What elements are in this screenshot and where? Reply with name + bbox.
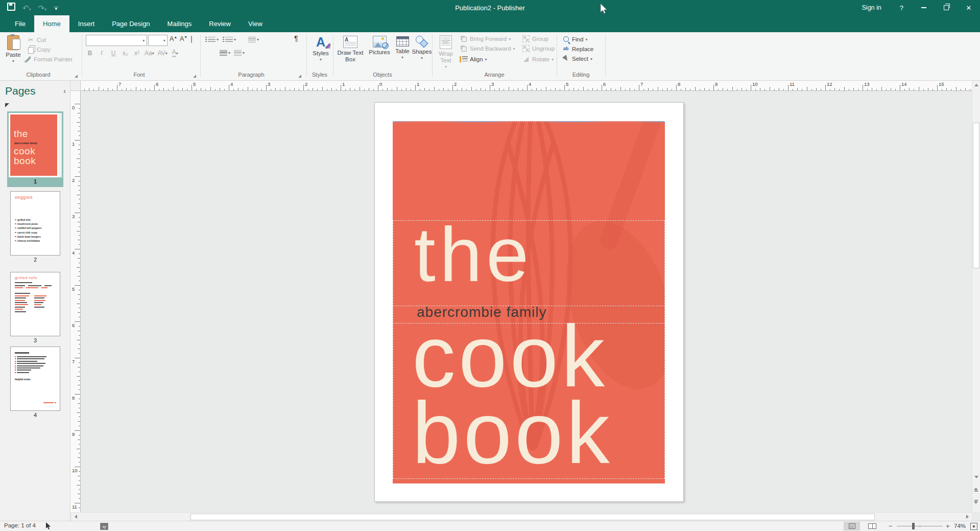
tab-home[interactable]: Home: [34, 15, 69, 32]
zoom-slider-thumb[interactable]: [912, 523, 915, 529]
columns-button[interactable]: ▾: [248, 37, 259, 42]
tab-file[interactable]: File: [6, 15, 34, 32]
restore-button[interactable]: [935, 0, 958, 15]
vertical-scrollbar[interactable]: [972, 81, 980, 512]
font-name-dropdown-icon[interactable]: ▾: [140, 38, 147, 43]
scroll-left-icon[interactable]: [71, 513, 80, 521]
character-spacing-button[interactable]: AV▾: [158, 49, 168, 58]
thumbnail-page-number[interactable]: 1: [9, 177, 62, 186]
fit-page-icon[interactable]: [970, 523, 977, 530]
font-name-input[interactable]: [86, 36, 140, 44]
borders-button[interactable]: ▾: [234, 50, 245, 56]
sign-in-button[interactable]: Sign in: [853, 4, 891, 11]
font-size-dropdown-icon[interactable]: ▾: [161, 38, 167, 43]
cover-title-cookbook[interactable]: cookbook: [412, 318, 613, 471]
font-dialog-launcher[interactable]: [193, 75, 196, 78]
paste-button[interactable]: Paste ▾: [3, 33, 23, 70]
help-icon[interactable]: ?: [891, 4, 913, 12]
font-size-input[interactable]: [149, 36, 161, 44]
cover-background[interactable]: the abercrombie family cookbook: [393, 121, 665, 483]
previous-page-icon[interactable]: [972, 484, 980, 495]
collapse-panel-icon[interactable]: ‹: [63, 87, 66, 95]
zoom-out-button[interactable]: −: [889, 522, 893, 530]
clear-formatting-button[interactable]: [191, 36, 192, 42]
page-thumbnail-2[interactable]: veggiesgrilled tofumushroom pizzastuffed…: [0, 191, 70, 264]
canvas-area[interactable]: the abercrombie family cookbook: [81, 91, 972, 512]
document-page[interactable]: the abercrombie family cookbook: [374, 102, 684, 502]
tab-review[interactable]: Review: [200, 15, 240, 32]
close-button[interactable]: ✕: [958, 0, 980, 15]
two-page-view-button[interactable]: [864, 522, 880, 530]
scroll-up-icon[interactable]: [972, 81, 980, 89]
superscript-button[interactable]: x²: [133, 49, 141, 58]
page-thumbnail-4[interactable]: helpful notes4: [0, 347, 70, 419]
send-backward-button[interactable]: Send Backward▾: [460, 44, 515, 53]
wrap-text-button[interactable]: Wrap Text ▾: [435, 33, 457, 70]
font-name-combobox[interactable]: ▾: [86, 35, 147, 46]
cover-title-the[interactable]: the: [414, 216, 533, 293]
vertical-ruler[interactable]: 01234567891011: [70, 91, 81, 512]
underline-button[interactable]: U: [109, 49, 117, 58]
font-size-combobox[interactable]: ▾: [148, 35, 168, 46]
rotate-button[interactable]: Rotate▾: [522, 55, 554, 63]
draw-text-box-button[interactable]: Draw Text Box: [335, 33, 366, 70]
thumbnail-page[interactable]: helpful notes: [10, 347, 60, 411]
undo-icon[interactable]: ↶▾: [22, 4, 31, 12]
align-button[interactable]: Align▾: [460, 55, 487, 63]
table-button[interactable]: Table ▾: [393, 33, 412, 70]
zoom-in-button[interactable]: +: [946, 522, 950, 530]
line-spacing-button[interactable]: ▾: [220, 50, 230, 56]
save-icon[interactable]: [7, 3, 15, 13]
ungroup-button[interactable]: Ungroup: [522, 44, 555, 53]
clipboard-dialog-launcher[interactable]: [75, 75, 78, 78]
page-thumbnail-1[interactable]: theabercrombie familycookbook1: [0, 111, 70, 187]
zoom-percent[interactable]: 74%: [954, 523, 966, 529]
italic-button[interactable]: I: [98, 49, 106, 58]
thumbnail-page-number[interactable]: 4: [9, 411, 62, 419]
replace-button[interactable]: ab Replace: [562, 44, 593, 53]
object-position-icon[interactable]: xy: [100, 523, 108, 530]
cut-button[interactable]: ✂ Cut: [27, 35, 46, 44]
section-triangle-icon[interactable]: [5, 103, 9, 107]
font-color-button[interactable]: A▾: [171, 49, 179, 58]
horizontal-scrollbar[interactable]: [71, 512, 972, 521]
group-button[interactable]: Group: [522, 34, 548, 43]
change-case-button[interactable]: Aa▾: [145, 49, 154, 58]
tab-mailings[interactable]: Mailings: [159, 15, 201, 32]
redo-icon[interactable]: ↷▾: [38, 4, 47, 12]
thumbnail-page-number[interactable]: 2: [9, 256, 62, 264]
subscript-button[interactable]: x₂: [121, 49, 129, 58]
page-status[interactable]: Page: 1 of 4: [4, 522, 36, 528]
thumbnail-page-number[interactable]: 3: [9, 336, 62, 344]
bring-forward-button[interactable]: Bring Forward▾: [460, 34, 511, 43]
thumbnail-page[interactable]: grilled tofu: [10, 272, 60, 336]
tab-insert[interactable]: Insert: [69, 15, 104, 32]
find-button[interactable]: Find▾: [562, 35, 587, 43]
thumbnail-page[interactable]: veggiesgrilled tofumushroom pizzastuffed…: [10, 191, 60, 256]
vertical-scrollbar-thumb[interactable]: [973, 123, 979, 268]
single-page-view-button[interactable]: [844, 522, 860, 530]
paste-dropdown-icon[interactable]: ▾: [12, 59, 14, 63]
horizontal-ruler[interactable]: 76543210123456789101112131415: [81, 81, 972, 91]
copy-button[interactable]: Copy: [27, 45, 51, 54]
horizontal-scrollbar-thumb[interactable]: [190, 514, 875, 520]
page-thumbnail-3[interactable]: grilled tofu3: [0, 272, 70, 344]
next-page-icon[interactable]: [972, 497, 980, 507]
grow-font-button[interactable]: A▲: [170, 35, 177, 42]
minimize-button[interactable]: [913, 0, 935, 15]
styles-button[interactable]: A Styles ▾: [309, 33, 332, 70]
customize-qat-icon[interactable]: —▾: [54, 6, 58, 10]
bullets-button[interactable]: ▾: [205, 37, 219, 42]
format-painter-button[interactable]: Format Painter: [23, 55, 73, 63]
scroll-right-icon[interactable]: [963, 513, 972, 521]
select-button[interactable]: Select▾: [562, 54, 592, 63]
thumbnail-page[interactable]: theabercrombie familycookbook: [9, 113, 59, 177]
tab-page-design[interactable]: Page Design: [103, 15, 158, 32]
pictures-button[interactable]: Pictures: [367, 33, 392, 70]
tab-view[interactable]: View: [240, 15, 271, 32]
scroll-down-icon[interactable]: [972, 473, 980, 481]
bold-button[interactable]: B: [86, 49, 94, 58]
shrink-font-button[interactable]: A▼: [180, 35, 187, 42]
paragraph-dialog-launcher[interactable]: [298, 75, 301, 78]
shapes-button[interactable]: Shapes ▾: [413, 33, 431, 70]
